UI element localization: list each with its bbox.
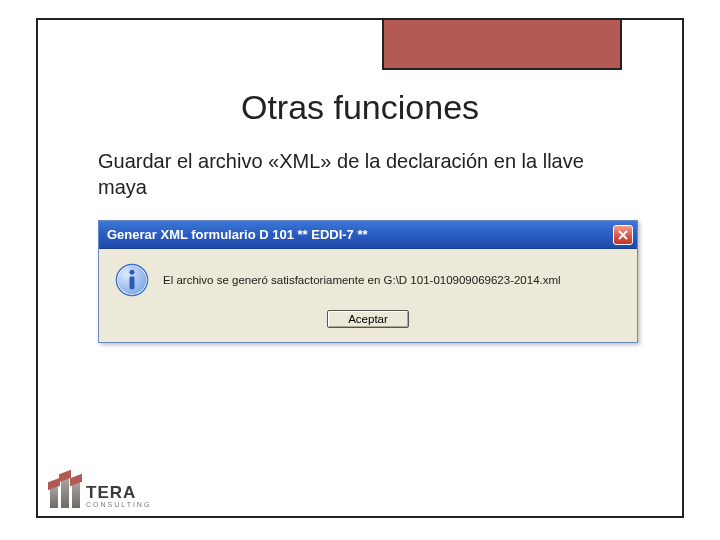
dialog-body: El archivo se generó satisfactoriamente … [99,249,637,305]
logo-main: TERA [86,484,151,501]
message-dialog: Generar XML formulario D 101 ** EDDI-7 *… [98,220,638,343]
svg-point-4 [130,270,135,275]
slide-body-text: Guardar el archivo «XML» de la declaraci… [98,148,622,200]
logo-text: TERA Consulting [86,484,151,508]
slide-title: Otras funciones [38,88,682,127]
dialog-message: El archivo se generó satisfactoriamente … [163,274,561,286]
ok-button[interactable]: Aceptar [327,310,409,328]
slide-container: Otras funciones Guardar el archivo «XML»… [36,18,684,518]
brand-logo: TERA Consulting [50,478,151,508]
info-icon [115,263,149,297]
dialog-actions: Aceptar [99,305,637,342]
dialog-title: Generar XML formulario D 101 ** EDDI-7 *… [107,227,368,242]
logo-sub: Consulting [86,501,151,508]
svg-rect-5 [130,276,135,289]
accent-banner [382,18,622,70]
close-icon [618,230,628,240]
logo-mark-icon [50,478,80,508]
close-button[interactable] [613,225,633,245]
dialog-titlebar: Generar XML formulario D 101 ** EDDI-7 *… [99,221,637,249]
